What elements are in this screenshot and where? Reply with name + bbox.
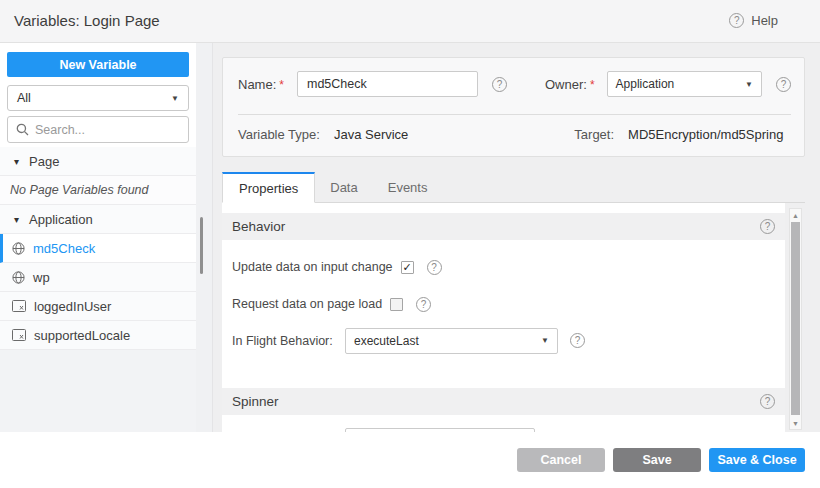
in-flight-behavior-label: In Flight Behavior: [232, 334, 345, 348]
in-flight-behavior-row: In Flight Behavior: executeLast ▼ ? [222, 327, 785, 354]
variable-name: md5Check [33, 241, 95, 256]
sidebar-scrollbar-thumb[interactable] [200, 217, 203, 274]
update-on-input-label: Update data on input change [232, 260, 393, 274]
behavior-help-icon[interactable]: ? [760, 219, 775, 234]
in-flight-help-icon[interactable]: ? [570, 333, 585, 348]
tab-properties[interactable]: Properties [222, 172, 315, 203]
scroll-up-arrow-icon[interactable]: ▲ [790, 209, 801, 221]
page-variables-empty-message: No Page Variables found [0, 176, 196, 205]
properties-panel: Behavior ? Update data on input change ✓… [222, 203, 785, 432]
tree-group-page[interactable]: ▾ Page [0, 147, 196, 176]
variable-name: supportedLocale [34, 328, 130, 343]
request-on-load-row: Request data on page load ✓ ? [222, 294, 785, 314]
owner-selected-value: Application [616, 77, 675, 91]
section-title: Spinner [232, 394, 279, 409]
name-input[interactable] [297, 71, 478, 97]
help-button[interactable]: ? Help [729, 13, 778, 28]
properties-scrollbar[interactable]: ▲ ▼ [789, 208, 802, 430]
search-icon [16, 123, 29, 136]
search-input[interactable] [35, 123, 180, 137]
save-button[interactable]: Save [613, 448, 701, 472]
variable-filter-dropdown[interactable]: All ▼ [7, 85, 189, 111]
caret-down-icon: ▾ [14, 214, 19, 225]
update-on-input-row: Update data on input change ✓ ? [222, 257, 785, 277]
sidebar-scrollbar[interactable] [196, 43, 213, 432]
service-variable-icon [12, 242, 25, 255]
variable-item-wp[interactable]: wp [0, 263, 196, 292]
behavior-section-header: Behavior ? [222, 213, 785, 240]
variable-item-md5check[interactable]: md5Check [0, 234, 196, 263]
page-title: Variables: Login Page [14, 12, 160, 29]
variable-detail-pane: Name:* ? Owner:* Application ▼ ? Variabl… [213, 43, 820, 432]
dropdown-arrow-icon: ▼ [745, 80, 753, 89]
sidebar-filler [0, 350, 196, 432]
help-icon: ? [729, 13, 744, 28]
filter-selected-value: All [17, 91, 31, 105]
type-target-row: Variable Type: Java Service Target: MD5E… [238, 124, 791, 144]
variable-name: loggedInUser [34, 299, 111, 314]
check-icon: ✓ [402, 262, 411, 273]
required-asterisk: * [590, 78, 595, 92]
required-asterisk: * [279, 78, 284, 92]
variable-search-box [7, 116, 189, 143]
request-on-load-checkbox[interactable]: ✓ [390, 298, 403, 311]
variable-summary-box: Name:* ? Owner:* Application ▼ ? Variabl… [222, 57, 805, 157]
variables-dialog: Variables: Login Page ? Help New Variabl… [0, 0, 820, 488]
static-variable-icon [12, 300, 26, 312]
help-label: Help [751, 13, 778, 28]
update-on-input-checkbox[interactable]: ✓ [401, 261, 414, 274]
variable-name: wp [33, 270, 50, 285]
group-label: Application [29, 212, 93, 227]
cancel-button[interactable]: Cancel [517, 448, 605, 472]
group-label: Page [29, 154, 59, 169]
tree-group-application[interactable]: ▾ Application [0, 205, 196, 234]
tab-events[interactable]: Events [373, 173, 443, 202]
request-on-load-help-icon[interactable]: ? [416, 297, 431, 312]
owner-help-icon[interactable]: ? [776, 77, 791, 92]
dialog-footer: Cancel Save Save & Close [0, 432, 820, 488]
request-on-load-label: Request data on page load [232, 297, 382, 311]
static-variable-icon [12, 329, 26, 341]
scroll-down-arrow-icon[interactable]: ▼ [790, 417, 801, 429]
owner-dropdown[interactable]: Application ▼ [607, 71, 762, 97]
properties-scrollbar-thumb[interactable] [791, 222, 800, 415]
name-owner-row: Name:* ? Owner:* Application ▼ ? [238, 71, 791, 97]
owner-label: Owner:* [545, 77, 595, 92]
spinner-section-header: Spinner ? [222, 388, 785, 415]
variables-sidebar: New Variable All ▼ ▾ Page No Page Variab… [0, 43, 196, 432]
spinner-help-icon[interactable]: ? [760, 394, 775, 409]
variable-item-supportedlocale[interactable]: supportedLocale [0, 321, 196, 350]
name-help-icon[interactable]: ? [492, 77, 507, 92]
summary-divider [238, 114, 791, 115]
footer-buttons: Cancel Save Save & Close [517, 448, 805, 472]
target-label: Target: [574, 127, 614, 142]
service-variable-icon [12, 271, 25, 284]
variable-type-value: Java Service [334, 127, 408, 142]
in-flight-selected-value: executeLast [354, 334, 419, 348]
in-flight-behavior-dropdown[interactable]: executeLast ▼ [345, 328, 558, 354]
detail-tabs: Properties Data Events [222, 173, 805, 203]
target-value: MD5Encryption/md5Spring [628, 127, 783, 142]
dropdown-arrow-icon: ▼ [171, 94, 179, 103]
dialog-header: Variables: Login Page ? Help [0, 0, 820, 43]
section-title: Behavior [232, 219, 285, 234]
variable-type-label: Variable Type: [238, 127, 320, 142]
new-variable-button[interactable]: New Variable [7, 52, 189, 77]
variables-tree: ▾ Page No Page Variables found ▾ Applica… [0, 147, 196, 350]
variable-item-loggedinuser[interactable]: loggedInUser [0, 292, 196, 321]
name-label: Name:* [238, 77, 284, 92]
caret-down-icon: ▾ [14, 156, 19, 167]
tab-data[interactable]: Data [315, 173, 372, 202]
update-on-input-help-icon[interactable]: ? [427, 260, 442, 275]
save-and-close-button[interactable]: Save & Close [709, 448, 805, 472]
dropdown-arrow-icon: ▼ [541, 336, 549, 345]
